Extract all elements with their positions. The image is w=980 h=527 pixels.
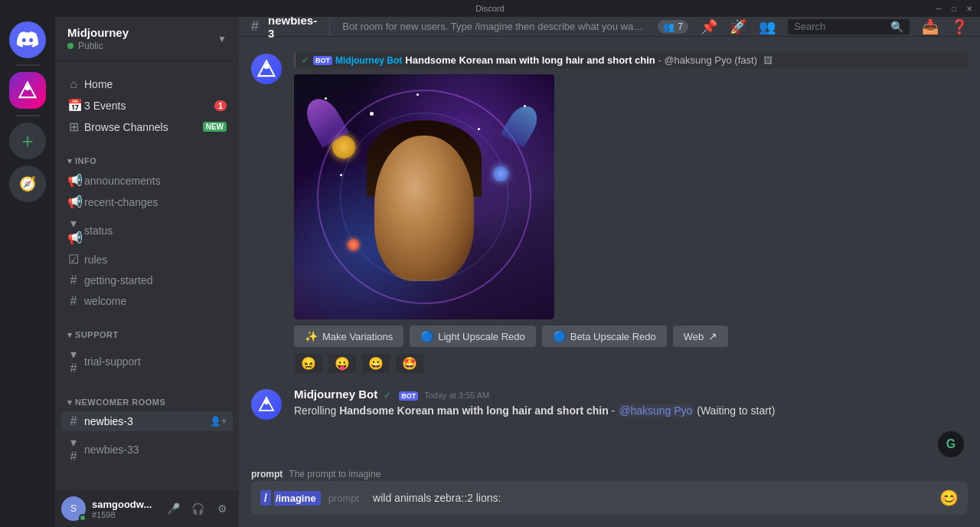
home-label: Home bbox=[84, 78, 227, 90]
channel-trial-support[interactable]: ▾ # trial-support bbox=[61, 344, 233, 378]
minimize-button[interactable]: ─ bbox=[934, 4, 943, 13]
category-support[interactable]: ▾ SUPPORT bbox=[61, 327, 233, 343]
username: samgoodw... bbox=[92, 499, 156, 510]
search-input[interactable] bbox=[794, 21, 886, 32]
light-upscale-redo-icon: 🔵 bbox=[420, 330, 433, 342]
channel-sidebar: Midjourney Public ▼ ⌂ Home 📅 3 Events 1 … bbox=[55, 0, 239, 527]
user-tag: #1598 bbox=[92, 510, 156, 519]
boost-icon[interactable]: 🚀 bbox=[730, 18, 746, 35]
main-area: # newbies-3 Bot room for new users. Type… bbox=[239, 0, 980, 527]
reaction-2[interactable]: 😛 bbox=[328, 353, 357, 374]
scroll-to-bottom-button[interactable]: G bbox=[937, 430, 965, 458]
image-placeholder bbox=[294, 74, 554, 319]
rules-label: rules bbox=[84, 254, 227, 266]
reaction-4[interactable]: 🤩 bbox=[395, 353, 424, 374]
avatar bbox=[251, 54, 282, 84]
maximize-button[interactable]: □ bbox=[949, 4, 959, 13]
channel-rules[interactable]: ☑ rules bbox=[61, 249, 233, 270]
avatar bbox=[251, 389, 282, 420]
recent-changes-label: recent-changes bbox=[84, 196, 227, 208]
server-divider bbox=[15, 64, 40, 66]
beta-upscale-redo-button[interactable]: 🔵 Beta Upscale Redo bbox=[542, 326, 667, 347]
browse-icon: ⊞ bbox=[67, 119, 80, 134]
discover-servers-button[interactable]: 🧭 bbox=[9, 165, 46, 202]
message-author: Midjourney Bot bbox=[294, 388, 377, 401]
prompt-hint-label: prompt bbox=[251, 469, 283, 480]
message-text-input[interactable] bbox=[373, 492, 930, 504]
discord-home-icon[interactable] bbox=[9, 21, 46, 58]
search-icon: 🔍 bbox=[890, 21, 903, 33]
header-divider bbox=[329, 18, 330, 36]
server-icon-midjourney[interactable] bbox=[9, 72, 46, 109]
welcome-label: welcome bbox=[84, 295, 227, 307]
microphone-button[interactable]: 🎤 bbox=[162, 498, 184, 519]
add-server-button[interactable]: + bbox=[9, 123, 46, 159]
server-header-chevron-icon: ▼ bbox=[217, 34, 227, 44]
server-status-dot bbox=[67, 43, 74, 49]
recent-changes-icon: 📢 bbox=[67, 195, 80, 209]
reaction-3[interactable]: 😀 bbox=[361, 353, 390, 374]
channel-welcome[interactable]: # welcome bbox=[61, 291, 233, 311]
category-info[interactable]: ▾ INFO bbox=[61, 153, 233, 169]
verified-checkmark-icon: ✓ bbox=[384, 390, 391, 401]
message-header: Midjourney Bot ✓ BOT Today at 3:55 AM bbox=[294, 388, 968, 401]
pin-icon[interactable]: 📌 bbox=[701, 18, 717, 35]
slash-icon: / bbox=[264, 492, 267, 504]
channel-newbies-33[interactable]: ▾ # newbies-33 bbox=[61, 432, 233, 466]
newbies-33-icon: ▾ # bbox=[67, 435, 80, 463]
titlebar-title: Discord bbox=[475, 4, 504, 13]
newbies-3-add-member-icon: 👤+ bbox=[210, 416, 227, 427]
browse-label: Browse Channels bbox=[84, 121, 198, 133]
channel-header-name: newbies-3 bbox=[268, 14, 317, 40]
message-text-prefix: Rerolling bbox=[294, 404, 339, 417]
channel-announcements[interactable]: 📢 announcements bbox=[61, 170, 233, 191]
trial-support-label: trial-support bbox=[84, 355, 227, 368]
help-icon[interactable]: ❓ bbox=[951, 18, 968, 35]
reaction-1[interactable]: 😖 bbox=[294, 353, 323, 374]
channel-getting-started[interactable]: # getting-started bbox=[61, 270, 233, 290]
user-bar: S samgoodw... #1598 🎤 🎧 ⚙ bbox=[55, 490, 239, 527]
close-button[interactable]: ✕ bbox=[965, 4, 974, 13]
slash-command-prefix: / /imagine prompt bbox=[260, 490, 364, 506]
message-image bbox=[294, 74, 554, 319]
image-thumbnail-icon: 🖼 bbox=[763, 55, 773, 66]
settings-button[interactable]: ⚙ bbox=[211, 498, 233, 519]
newcomer-category-section: ▾ NEWCOMER ROOMS # newbies-3 👤+ ▾ # newb… bbox=[55, 382, 239, 470]
inbox-icon[interactable]: 📥 bbox=[922, 18, 939, 35]
light-upscale-redo-button[interactable]: 🔵 Light Upscale Redo bbox=[410, 326, 535, 347]
web-button[interactable]: Web ↗ bbox=[673, 326, 729, 347]
members-list-icon[interactable]: 👥 bbox=[759, 18, 776, 35]
prompt-hint: prompt The prompt to imagine bbox=[239, 466, 980, 481]
message-bold-text: Handsome Korean man with long hair and s… bbox=[339, 404, 609, 417]
sidebar-item-events[interactable]: 📅 3 Events 1 bbox=[61, 95, 233, 116]
table-row: Midjourney Bot ✓ BOT Today at 3:55 AM Re… bbox=[251, 385, 968, 423]
info-category-section: ▾ INFO 📢 announcements 📢 recent-changes … bbox=[55, 141, 239, 315]
server-divider-2 bbox=[15, 115, 40, 116]
getting-started-icon: # bbox=[67, 273, 80, 287]
category-newcomer[interactable]: ▾ NEWCOMER ROOMS bbox=[61, 394, 233, 411]
message-input-box: / /imagine prompt 😊 bbox=[251, 481, 968, 515]
server-header[interactable]: Midjourney Public ▼ bbox=[55, 17, 239, 61]
sidebar-item-home[interactable]: ⌂ Home bbox=[61, 74, 233, 94]
search-box[interactable]: 🔍 bbox=[788, 19, 910, 34]
status-label: status bbox=[84, 224, 227, 237]
newbies-33-label: newbies-33 bbox=[84, 444, 227, 456]
inline-text: Handsome Korean man with long hair and s… bbox=[405, 54, 757, 66]
user-status-dot bbox=[79, 514, 87, 522]
emoji-picker-icon[interactable]: 😊 bbox=[939, 489, 959, 507]
titlebar: Discord ─ □ ✕ bbox=[0, 0, 980, 17]
svg-point-2 bbox=[264, 400, 269, 404]
message-inline-header: ✓ BOT Midjourney Bot Handsome Korean man… bbox=[294, 52, 968, 68]
channel-status[interactable]: ▾ 📢 status bbox=[61, 213, 233, 248]
channel-newbies-3[interactable]: # newbies-3 👤+ bbox=[61, 411, 233, 431]
support-category-section: ▾ SUPPORT ▾ # trial-support bbox=[55, 315, 239, 382]
headphones-button[interactable]: 🎧 bbox=[187, 498, 208, 519]
svg-point-1 bbox=[264, 64, 270, 69]
message-input-area: / /imagine prompt 😊 bbox=[239, 481, 980, 527]
server-name: Midjourney bbox=[67, 26, 129, 39]
table-row: ✓ BOT Midjourney Bot Handsome Korean man… bbox=[251, 49, 968, 377]
channel-recent-changes[interactable]: 📢 recent-changes bbox=[61, 191, 233, 212]
sidebar-item-browse[interactable]: ⊞ Browse Channels NEW bbox=[61, 116, 233, 137]
home-icon: ⌂ bbox=[67, 77, 80, 91]
make-variations-button[interactable]: ✨ Make Variations bbox=[294, 326, 403, 347]
